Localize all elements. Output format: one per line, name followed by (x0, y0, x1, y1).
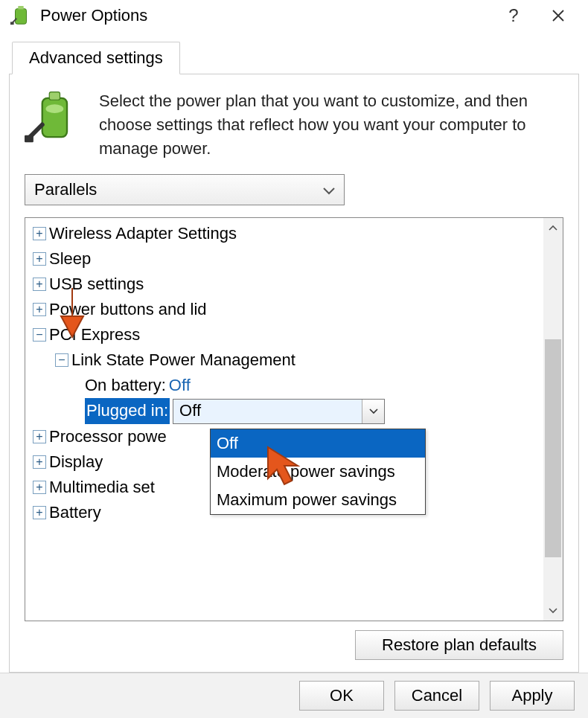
power-plan-dropdown[interactable]: Parallels (25, 174, 345, 205)
window-title: Power Options (40, 6, 491, 25)
expand-icon[interactable]: + (33, 227, 46, 240)
plugged-in-dropdown-list[interactable]: Off Moderate power savings Maximum power… (210, 429, 426, 515)
expand-icon[interactable]: + (33, 430, 46, 443)
combo-value: Off (173, 398, 207, 423)
annotation-arrow-down (54, 286, 91, 346)
power-options-window: Power Options ? PC Advanced settings (0, 0, 588, 718)
tree-label: Sleep (49, 246, 91, 272)
annotation-arrow-cursor (261, 441, 313, 501)
tab-content: Select the power plan that you want to c… (9, 74, 579, 673)
dropdown-option-maximum[interactable]: Maximum power savings (211, 486, 425, 514)
tree-scrollbar[interactable] (543, 218, 563, 621)
restore-row: Restore plan defaults (25, 621, 563, 660)
chevron-down-icon (323, 180, 335, 199)
svg-rect-6 (25, 135, 33, 143)
tree-label: Battery (49, 500, 101, 525)
expand-icon[interactable]: + (33, 278, 46, 291)
button-label: Cancel (412, 686, 462, 705)
dropdown-option-off[interactable]: Off (211, 429, 425, 458)
dialog-footer: OK Cancel Apply (0, 673, 588, 718)
dialog-body: PC Advanced settings Select the power pl (0, 31, 588, 673)
expand-icon[interactable]: + (33, 481, 46, 494)
svg-rect-0 (16, 9, 27, 25)
plan-selected: Parallels (34, 180, 97, 199)
expand-icon[interactable]: + (33, 455, 46, 469)
scroll-thumb[interactable] (545, 339, 561, 558)
tree-item-usb[interactable]: + USB settings (27, 272, 542, 297)
help-button[interactable]: ? (491, 1, 536, 31)
tab-label: Advanced settings (29, 48, 163, 67)
close-button[interactable] (536, 1, 581, 31)
setting-on-battery[interactable]: On battery: Off (27, 373, 542, 398)
expand-icon[interactable]: + (33, 252, 46, 266)
button-label: OK (330, 686, 354, 705)
tree-item-power-buttons[interactable]: + Power buttons and lid (27, 297, 542, 322)
button-label: Apply (511, 686, 552, 705)
settings-tree: + Wireless Adapter Settings + Sleep + US… (25, 217, 563, 621)
svg-rect-4 (49, 92, 60, 100)
setting-label: On battery: (85, 373, 166, 398)
dropdown-option-moderate[interactable]: Moderate power savings (211, 458, 425, 486)
setting-plugged-in[interactable]: Plugged in: Off (27, 398, 542, 423)
setting-label: Plugged in: (85, 398, 170, 423)
ok-button[interactable]: OK (299, 681, 384, 711)
expand-icon[interactable]: + (33, 303, 46, 316)
collapse-icon[interactable]: − (33, 328, 46, 342)
setting-value: Off (169, 373, 191, 398)
tree-label: Wireless Adapter Settings (49, 221, 237, 246)
restore-defaults-button[interactable]: Restore plan defaults (355, 630, 563, 660)
tab-advanced-settings[interactable]: Advanced settings (12, 42, 180, 74)
tree-item-pci-express[interactable]: − PCI Express (27, 322, 542, 347)
apply-button[interactable]: Apply (490, 681, 575, 711)
plugged-in-combobox[interactable]: Off (173, 399, 385, 424)
svg-rect-3 (42, 98, 67, 137)
tree-label: Display (49, 449, 103, 475)
titlebar: Power Options ? (0, 0, 588, 31)
cancel-button[interactable]: Cancel (394, 681, 479, 711)
tree-item-sleep[interactable]: + Sleep (27, 246, 542, 272)
battery-large-icon (25, 89, 84, 149)
tab-row: Advanced settings (9, 40, 579, 74)
tree-item-wireless[interactable]: + Wireless Adapter Settings (27, 221, 542, 246)
svg-rect-2 (10, 22, 14, 25)
scroll-track[interactable] (543, 237, 563, 601)
tree-item-link-state[interactable]: − Link State Power Management (27, 347, 542, 373)
intro-text: Select the power plan that you want to c… (99, 89, 563, 161)
chevron-down-icon[interactable] (362, 400, 384, 423)
tree-label: Multimedia set (49, 475, 155, 500)
svg-point-5 (46, 104, 64, 113)
svg-rect-1 (18, 6, 24, 10)
button-label: Restore plan defaults (382, 635, 537, 654)
collapse-icon[interactable]: − (55, 353, 68, 367)
tree-label: Link State Power Management (71, 347, 295, 373)
scroll-down-icon[interactable] (543, 601, 563, 621)
battery-icon (7, 2, 34, 29)
tree-label: Processor powe (49, 424, 167, 449)
scroll-up-icon[interactable] (543, 218, 563, 237)
intro-row: Select the power plan that you want to c… (25, 89, 563, 161)
expand-icon[interactable]: + (33, 506, 46, 519)
